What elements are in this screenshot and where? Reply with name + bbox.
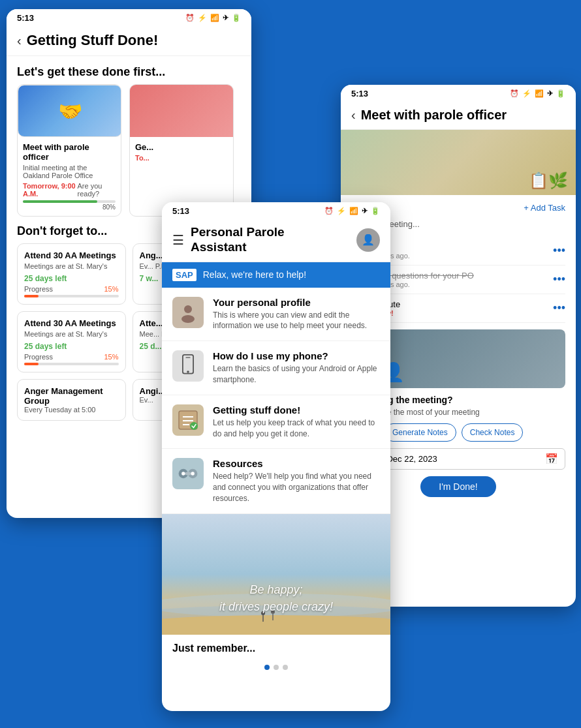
parole-card-date: Tomorrow, 9:00 A.M. (23, 182, 78, 198)
title-line1: Personal Parole (191, 225, 285, 239)
aa-progress-pct-1: 15% (104, 285, 118, 293)
aa-progress-pct-2: 15% (104, 353, 118, 361)
footer-title: Just remember... (172, 643, 380, 654)
status-time-1: 5:13 (17, 13, 34, 23)
parole-card-question: Are you ready? (78, 182, 116, 198)
status-bar-1: 5:13 ⏰ ⚡ 📶 ✈ 🔋 (7, 9, 251, 27)
page-title-3: Meet with parole officer (361, 108, 565, 123)
battery-icon-2: 🔋 (371, 207, 380, 215)
alarm-icon: ⏰ (185, 14, 195, 22)
svg-point-0 (184, 305, 192, 313)
menu-item-phone[interactable]: How do I use my phone? Learn the basics … (162, 341, 390, 395)
bluetooth-icon-3: ⚡ (522, 89, 531, 98)
aa-desc-2: Meetings are at St. Mary's (24, 330, 119, 338)
dot-1[interactable] (264, 665, 270, 670)
more-dots-3[interactable]: ••• (553, 301, 565, 315)
card2-date: To... (135, 154, 228, 162)
date-value: Dec 22, 2023 (386, 454, 437, 464)
header-title-2: Personal Parole Assistant (191, 225, 285, 255)
done-button[interactable]: I'm Done! (420, 476, 495, 497)
svg-rect-4 (185, 357, 190, 358)
header-1: ‹ Getting Stuff Done! (7, 27, 251, 56)
header-left-2: ☰ Personal Parole Assistant (172, 225, 285, 255)
card2-image (130, 85, 233, 137)
card-row-1: Meet with parole officer Initial meeting… (7, 84, 251, 217)
card2-body: Ge... To... (130, 137, 233, 167)
user-avatar[interactable]: 👤 (356, 228, 380, 252)
bluetooth-icon: ⚡ (198, 14, 207, 22)
aa-progress-row-2: Progress 15% (24, 353, 119, 361)
menu-title-tasks: Getting stuff done! (213, 404, 380, 416)
menu-desc-resources: Need help? We'll help you find what you … (213, 471, 380, 504)
calendar-icon: 📅 (545, 453, 558, 465)
profile-icon (172, 297, 204, 328)
status-time-2: 5:13 (172, 206, 189, 216)
battery-icon-3: 🔋 (556, 89, 565, 98)
phone-personal-parole: 5:13 ⏰ ⚡ 📶 ✈ 🔋 ☰ Personal Parole Assista… (162, 202, 390, 711)
back-button-1[interactable]: ‹ (17, 33, 22, 48)
menu-item-tasks[interactable]: Getting stuff done! Let us help you keep… (162, 395, 390, 449)
parole-card-image (18, 85, 121, 137)
menu-desc-phone: Learn the basics of using your Android o… (213, 363, 380, 386)
svg-point-17 (162, 615, 390, 635)
menu-desc-profile: This is where you can view and edit the … (213, 310, 380, 332)
svg-point-9 (190, 422, 198, 430)
aa-card-1[interactable]: Attend 30 AA Meetings Meetings are at St… (17, 243, 126, 305)
airplane-icon-2: ✈ (362, 207, 368, 215)
parole-card-body: Meet with parole officer Initial meeting… (18, 137, 121, 216)
svg-point-1 (181, 315, 195, 323)
page-title-2: Personal Parole Assistant (191, 225, 285, 255)
battery-icon: 🔋 (232, 14, 241, 22)
phone-icon (172, 350, 204, 382)
dot-2[interactable] (274, 665, 279, 670)
dot-3[interactable] (283, 665, 288, 670)
status-icons-2: ⏰ ⚡ 📶 ✈ 🔋 (324, 207, 380, 215)
date-input[interactable]: Dec 22, 2023 📅 (379, 448, 565, 470)
menu-text-phone: How do I use my phone? Learn the basics … (213, 350, 380, 386)
aa-desc-1: Meetings are at St. Mary's (24, 262, 119, 270)
status-bar-3: 5:13 ⏰ ⚡ 📶 ✈ 🔋 (341, 85, 576, 102)
menu-text-tasks: Getting stuff done! Let us help you keep… (213, 404, 380, 440)
wifi-icon: 📶 (210, 14, 219, 22)
aa-progress-fill-1 (24, 295, 39, 297)
airplane-icon-3: ✈ (547, 89, 553, 98)
status-bar-2: 5:13 ⏰ ⚡ 📶 ✈ 🔋 (162, 202, 390, 220)
generate-notes-button[interactable]: Generate Notes (384, 423, 456, 442)
tasks-icon (172, 404, 204, 436)
card2-title: Ge... (135, 142, 228, 152)
more-dots-2[interactable]: ••• (553, 273, 565, 286)
menu-list: Your personal profile This is where you … (162, 288, 390, 514)
resources-icon (172, 458, 204, 489)
beach-line1: Be happy; (249, 583, 302, 596)
menu-item-profile[interactable]: Your personal profile This is where you … (162, 288, 390, 342)
svg-point-3 (187, 371, 189, 373)
status-icons-1: ⏰ ⚡ 📶 ✈ 🔋 (185, 14, 241, 22)
menu-item-resources[interactable]: Resources Need help? We'll help you find… (162, 449, 390, 513)
parole-progress-fill (23, 200, 97, 203)
dots-row (172, 661, 380, 674)
menu-title-phone: How do I use my phone? (213, 350, 380, 361)
airplane-icon: ✈ (223, 14, 228, 22)
sap-tagline: Relax, we're here to help! (203, 269, 306, 280)
more-dots-1[interactable]: ••• (553, 244, 565, 258)
anger-title-1: Anger Management Group (24, 386, 119, 406)
aa-progress-label-2: Progress (24, 353, 53, 361)
sap-logo: SAP (172, 269, 196, 281)
back-button-3[interactable]: ‹ (351, 108, 356, 123)
hamburger-menu[interactable]: ☰ (172, 232, 184, 248)
menu-title-resources: Resources (213, 458, 380, 469)
aa-card-2[interactable]: Attend 30 AA Meetings Meetings are at St… (17, 311, 126, 372)
parole-progress-bar (23, 200, 116, 203)
beach-text: Be happy; it drives people crazy! (162, 582, 390, 614)
card2[interactable]: Ge... To... (129, 84, 234, 217)
menu-text-resources: Resources Need help? We'll help you find… (213, 458, 380, 504)
wifi-icon-3: 📶 (535, 89, 544, 98)
svg-point-12 (181, 472, 185, 476)
aa-progress-bar-2 (24, 363, 119, 365)
anger-card-1[interactable]: Anger Management Group Every Tuesday at … (17, 379, 126, 421)
aa-days-1: 25 days left (24, 274, 119, 283)
wifi-icon-2: 📶 (349, 207, 358, 215)
check-notes-button[interactable]: Check Notes (462, 423, 524, 442)
parole-card[interactable]: Meet with parole officer Initial meeting… (17, 84, 121, 217)
page-title-1: Getting Stuff Done! (27, 32, 159, 49)
